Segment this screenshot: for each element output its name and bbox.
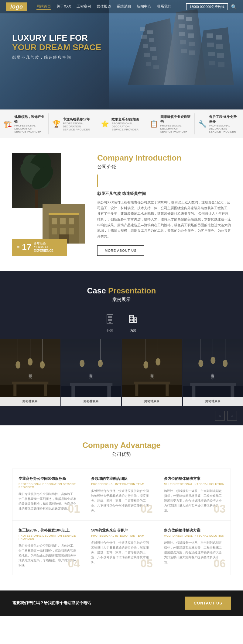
adv-subtitle-5: PROFESSIONAL INTEGRATION TEAM bbox=[91, 534, 151, 537]
nav-logo[interactable]: logo bbox=[6, 2, 27, 11]
years-label-main: 多年经验 bbox=[34, 242, 62, 245]
intro-divider bbox=[97, 175, 98, 187]
adv-number-2: 02 bbox=[141, 503, 153, 515]
case-card-3[interactable]: 案例展示 路格林豪泰 bbox=[122, 339, 183, 406]
svg-rect-45 bbox=[60, 228, 66, 234]
nav-link-home[interactable]: 网站首页 bbox=[36, 4, 51, 10]
case-navigation: ‹ › bbox=[0, 406, 243, 425]
adv-number-1: 01 bbox=[68, 503, 80, 515]
feature-sub-1: PROFESSIONAL DECORATION SERVICE PROVIDER bbox=[14, 124, 45, 133]
footer-cta: 需要我们帮忙吗？给我们来个电话或发个电话 CONTACT US bbox=[0, 590, 243, 616]
feature-main-5: 售后工程·终身免费保修 bbox=[209, 115, 239, 124]
advantage-grid: 专业商务办公空间装饰服务商 PROFESSIONAL DECORATION SE… bbox=[12, 469, 231, 575]
feature-icon-4: 📋 bbox=[150, 120, 158, 128]
svg-rect-85 bbox=[135, 384, 138, 396]
footer-cta-text: 需要我们帮忙吗？给我们来个电话或发个电话 bbox=[12, 600, 91, 606]
adv-title-3: 多方位的整体解决方案 bbox=[164, 476, 224, 481]
advantage-card-2: 多领域的专业融合团队 PROFESSIONAL INTEGRATION TEAM… bbox=[85, 469, 158, 521]
adv-subtitle-1: PROFESSIONAL DECORATION SERVICE PROVIDER bbox=[19, 483, 79, 489]
advantage-header: Company Advantage 公司优势 bbox=[12, 441, 231, 458]
adv-number-3: 03 bbox=[214, 503, 226, 515]
tab-indoor-label: 内装 bbox=[130, 328, 136, 333]
intro-body-text: 我公司XXX装饰工程有限责任公司成立于2003年，拥有员工近人数约，注册资金1亿… bbox=[97, 199, 231, 239]
hero-subtitle-cn: 彰显不凡气质，缔造经典空间 bbox=[12, 55, 101, 60]
svg-point-88 bbox=[143, 361, 148, 369]
advantage-card-5: 50%的业务来自老客户 PROFESSIONAL INTEGRATION TEA… bbox=[85, 521, 158, 575]
adv-subtitle-3: MULTIDIRECTIONAL INTEGRAL SOLUTION bbox=[164, 483, 224, 486]
svg-rect-41 bbox=[52, 218, 57, 224]
feature-item-2: 🏆 专注高端装修17年 PROFESSIONAL DECORATION SERV… bbox=[49, 113, 97, 134]
case-tab-indoor[interactable]: 内装 bbox=[128, 313, 139, 333]
svg-rect-93 bbox=[190, 383, 236, 386]
svg-rect-64 bbox=[12, 382, 48, 384]
adv-title-4: 施工快20%，价格便宜10%以上 bbox=[19, 528, 79, 533]
case-card-1[interactable]: 案例展示 路格林豪泰 bbox=[0, 339, 61, 406]
nav-right: 18000-000000免费热线 🔍 bbox=[186, 3, 237, 10]
svg-rect-54 bbox=[129, 315, 134, 323]
svg-point-81 bbox=[98, 360, 103, 367]
case-card-2[interactable]: 案例展示 路格林豪泰 bbox=[61, 339, 122, 406]
case-label-3: 案例展示 bbox=[150, 371, 154, 374]
adv-number-6: 06 bbox=[214, 557, 226, 570]
svg-point-90 bbox=[156, 358, 160, 365]
advantage-card-6: 多方位的整体解决方案 MULTIDIRECTIONAL INTEGRAL SOL… bbox=[158, 521, 231, 575]
feature-sub-5: PROFESSIONAL DECORATION SERVICE PROVIDER bbox=[209, 124, 239, 133]
svg-rect-40 bbox=[49, 213, 79, 215]
hero-content: LUXURY LIFE FOR YOUR DREAM SPACE 彰显不凡气质，… bbox=[12, 33, 101, 60]
nav-link-about[interactable]: 关于XXX bbox=[56, 4, 71, 10]
feature-item-5: 🔧 售后工程·终身免费保修 PROFESSIONAL DECORATION SE… bbox=[195, 113, 243, 134]
case-presentation-section: Case Presentation 案例展示 外装 bbox=[0, 271, 243, 425]
case-prev-button[interactable]: ‹ bbox=[215, 411, 225, 421]
case-title-en: Case Presentation bbox=[0, 286, 243, 296]
advantage-card-3: 多方位的整体解决方案 MULTIDIRECTIONAL INTEGRAL SOL… bbox=[158, 469, 231, 521]
nav-link-projects[interactable]: 工程案例 bbox=[77, 4, 91, 10]
svg-rect-37 bbox=[35, 190, 38, 208]
nav-link-media[interactable]: 媒体报道 bbox=[97, 4, 111, 10]
case-card-footer-1: 路格林豪泰 bbox=[0, 397, 60, 406]
adv-number-5: 05 bbox=[141, 557, 153, 570]
svg-rect-61 bbox=[131, 322, 133, 323]
advantage-card-4: 施工快20%，价格便宜10%以上 PROFESSIONAL DECORATION… bbox=[12, 521, 85, 575]
advantage-section: Company Advantage 公司优势 专业商务办公空间装饰服务商 PRO… bbox=[0, 425, 243, 590]
case-card-footer-2: 路格林豪泰 bbox=[61, 397, 122, 406]
svg-rect-50 bbox=[110, 316, 112, 318]
case-card-footer-3: 路格林豪泰 bbox=[122, 397, 182, 406]
svg-rect-52 bbox=[110, 319, 112, 321]
years-label-sub: YEARS OF EXPERIENCE bbox=[34, 245, 62, 253]
nav-link-contact[interactable]: 联系我们 bbox=[157, 4, 171, 10]
advantage-card-1: 专业商务办公空间装饰服务商 PROFESSIONAL DECORATION SE… bbox=[12, 469, 85, 521]
svg-rect-44 bbox=[52, 228, 57, 234]
case-next-button[interactable]: › bbox=[227, 411, 237, 421]
adv-title-6: 多方位的整体解决方案 bbox=[164, 528, 224, 533]
svg-rect-51 bbox=[108, 319, 110, 321]
tab-outdoor-label: 外装 bbox=[107, 328, 113, 333]
intro-image-bottom bbox=[43, 204, 85, 244]
contact-us-button[interactable]: CONTACT US bbox=[185, 597, 231, 610]
intro-title-en: Company Introduction bbox=[97, 153, 231, 163]
feature-main-3: 效果套系·好好如画 bbox=[111, 117, 142, 122]
case-tab-outdoor[interactable]: 外装 bbox=[104, 313, 115, 333]
adv-title-5: 50%的业务来自老客户 bbox=[91, 528, 151, 533]
intro-content: Company Introduction 公司介绍 彰显不凡气质 缔造经典空间 … bbox=[97, 153, 231, 256]
case-label-4: 案例展示 bbox=[210, 371, 215, 374]
indoor-tab-icon bbox=[128, 313, 139, 327]
svg-rect-57 bbox=[132, 317, 133, 318]
case-title-cn: 案例展示 bbox=[0, 297, 243, 303]
nav-link-news[interactable]: 新闻中心 bbox=[137, 4, 151, 10]
phone-btn[interactable]: 18000-000000免费热线 bbox=[186, 3, 228, 10]
feature-main-2: 专注高端装修17年 bbox=[63, 117, 93, 122]
more-about-us-button[interactable]: MORE ABOUT US bbox=[97, 245, 144, 256]
case-card-4[interactable]: 案例展示 路格林豪泰 bbox=[183, 339, 243, 406]
feature-main-4: 国家建筑专业资质证书 bbox=[160, 115, 191, 124]
footer-cta-title: 需要我们帮忙吗？给我们来个电话或发个电话 bbox=[12, 600, 91, 606]
case-tabs: 外装 内装 bbox=[0, 309, 243, 333]
navbar: logo 网站首页 关于XXX 工程案例 媒体报道 系统消息 新闻中心 联系我们… bbox=[0, 0, 243, 13]
svg-point-68 bbox=[15, 361, 20, 369]
feature-item-4: 📋 国家建筑专业资质证书 PROFESSIONAL DECORATION SER… bbox=[146, 113, 195, 134]
svg-rect-46 bbox=[69, 228, 74, 234]
search-icon[interactable]: 🔍 bbox=[231, 4, 237, 10]
intro-images: ≡ 17 多年经验 YEARS OF EXPERIENCE bbox=[12, 153, 85, 256]
svg-rect-75 bbox=[70, 383, 112, 386]
feature-item-1: 🏗️ 规模领跑，装饰产业链 PROFESSIONAL DECORATION SE… bbox=[0, 113, 49, 134]
nav-link-news2[interactable]: 系统消息 bbox=[117, 4, 131, 10]
